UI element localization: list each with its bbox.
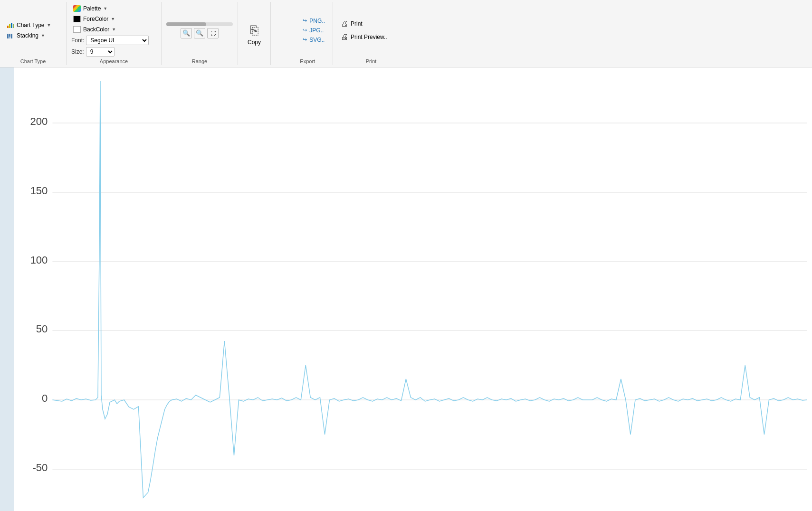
fore-color-swatch <box>73 16 81 22</box>
fit-range-button[interactable]: ⛶ <box>207 28 219 38</box>
toolbar: Chart Type ▼ Stacking ▼ Chart Type Palet… <box>0 0 812 67</box>
svg-rect-3 <box>13 24 14 28</box>
size-select[interactable]: 9 10 11 12 <box>86 47 115 57</box>
svg-rect-0 <box>7 26 9 28</box>
chart-area: Signal Intensity 200 150 100 5 <box>0 67 812 511</box>
range-section-label: Range <box>192 57 207 64</box>
export-section-label: Export <box>300 57 315 64</box>
chart-type-button[interactable]: Chart Type ▼ <box>5 21 53 29</box>
svg-text:100: 100 <box>30 254 48 266</box>
svg-rect-5 <box>9 34 10 37</box>
zoom-out-icon: 🔍 <box>196 29 203 37</box>
copy-button[interactable]: ⎘ Copy <box>243 21 266 47</box>
svg-text:150: 150 <box>30 185 48 197</box>
chart-svg: 200 150 100 50 0 -50 <box>14 67 812 511</box>
print-button[interactable]: 🖨 Print <box>338 18 365 29</box>
chart-type-controls: Chart Type ▼ Stacking ▼ <box>5 4 61 57</box>
svg-rect-1 <box>9 24 10 28</box>
chart-type-section: Chart Type ▼ Stacking ▼ Chart Type <box>0 2 67 65</box>
svg-rect-4 <box>7 34 9 38</box>
print-preview-button[interactable]: 🖨 Print Preview.. <box>338 31 390 43</box>
export-subsection: ↪ PNG.. ↪ JPG.. ↪ SVG.. Export <box>295 2 333 65</box>
copy-subsection: ⎘ Copy <box>238 2 271 65</box>
range-slider[interactable] <box>166 22 233 26</box>
stacking-button[interactable]: Stacking ▼ <box>5 31 47 40</box>
svg-text:50: 50 <box>36 323 48 335</box>
range-slider-track <box>166 22 206 26</box>
main-content: Signal Intensity 200 150 100 5 <box>0 67 812 511</box>
back-color-label: BackColor <box>83 26 109 33</box>
printer-icon: 🖨 <box>341 19 348 28</box>
fore-color-chevron: ▼ <box>111 17 115 21</box>
copy-content: ⎘ Copy <box>243 4 266 64</box>
palette-icon <box>73 5 81 12</box>
png-export-button[interactable]: ↪ PNG.. <box>300 17 328 25</box>
fore-color-button[interactable]: ForeColor ▼ <box>71 15 117 23</box>
appearance-section: Palette ▼ ForeColor ▼ BackColor ▼ Font: … <box>67 2 162 65</box>
jpg-export-button[interactable]: ↪ JPG.. <box>300 26 328 35</box>
print-preview-label: Print Preview.. <box>351 34 387 40</box>
stacking-label: Stacking <box>17 32 38 39</box>
svg-rect-7 <box>11 34 12 38</box>
fit-range-icon: ⛶ <box>210 30 216 36</box>
export-copy-section: ⎘ Copy ↪ PNG.. ↪ JPG.. ↪ SVG.. <box>238 2 333 65</box>
print-label: Print <box>351 20 363 27</box>
png-arrow-icon: ↪ <box>303 18 307 24</box>
size-label: Size: <box>71 48 84 55</box>
svg-arrow-icon: ↪ <box>303 37 307 43</box>
print-preview-icon: 🖨 <box>341 33 348 41</box>
stacking-chevron: ▼ <box>41 33 45 38</box>
svg-label: SVG.. <box>309 37 325 43</box>
appearance-section-label: Appearance <box>100 57 128 64</box>
svg-rect-2 <box>11 23 12 28</box>
palette-label: Palette <box>83 5 101 12</box>
png-label: PNG.. <box>309 18 325 24</box>
zoom-out-button[interactable]: 🔍 <box>194 28 205 38</box>
palette-button[interactable]: Palette ▼ <box>71 4 109 13</box>
range-slider-container <box>166 22 233 26</box>
svg-text:-50: -50 <box>32 462 48 473</box>
copy-icon: ⎘ <box>250 23 258 38</box>
jpg-arrow-icon: ↪ <box>303 27 307 33</box>
copy-label: Copy <box>248 39 261 46</box>
svg-text:0: 0 <box>42 392 48 404</box>
range-section: 🔍 🔍 ⛶ Range <box>162 2 238 65</box>
range-controls: 🔍 🔍 ⛶ <box>166 4 233 57</box>
svg-rect-6 <box>9 37 10 38</box>
jpg-label: JPG.. <box>309 27 324 34</box>
svg-text:200: 200 <box>30 115 48 127</box>
back-color-button[interactable]: BackColor ▼ <box>71 25 118 34</box>
print-section: 🖨 Print 🖨 Print Preview.. Print <box>333 2 409 65</box>
palette-chevron: ▼ <box>103 6 107 11</box>
print-section-label: Print <box>366 57 377 64</box>
svg-export-button[interactable]: ↪ SVG.. <box>300 36 328 44</box>
chart-type-label: Chart Type <box>17 22 44 28</box>
range-icon-buttons: 🔍 🔍 ⛶ <box>181 28 219 38</box>
back-color-chevron: ▼ <box>112 27 116 32</box>
appearance-controls: Palette ▼ ForeColor ▼ BackColor ▼ Font: … <box>71 4 156 57</box>
chart-left-strip <box>0 67 14 511</box>
size-row: Size: 9 10 11 12 <box>71 47 115 57</box>
back-color-swatch <box>73 26 81 33</box>
print-controls: 🖨 Print 🖨 Print Preview.. <box>338 4 404 57</box>
export-buttons: ↪ PNG.. ↪ JPG.. ↪ SVG.. <box>300 4 328 57</box>
fore-color-label: ForeColor <box>83 16 108 22</box>
font-select[interactable]: Segoe UI Arial Times New Roman <box>86 36 149 45</box>
stacking-icon <box>7 32 14 39</box>
font-label: Font: <box>71 37 84 44</box>
font-row: Font: Segoe UI Arial Times New Roman <box>71 36 149 45</box>
chart-type-section-label: Chart Type <box>20 57 46 64</box>
zoom-in-button[interactable]: 🔍 <box>181 28 192 38</box>
chart-type-icon <box>7 22 14 28</box>
zoom-in-icon: 🔍 <box>182 29 190 37</box>
chart-type-chevron: ▼ <box>47 23 51 28</box>
